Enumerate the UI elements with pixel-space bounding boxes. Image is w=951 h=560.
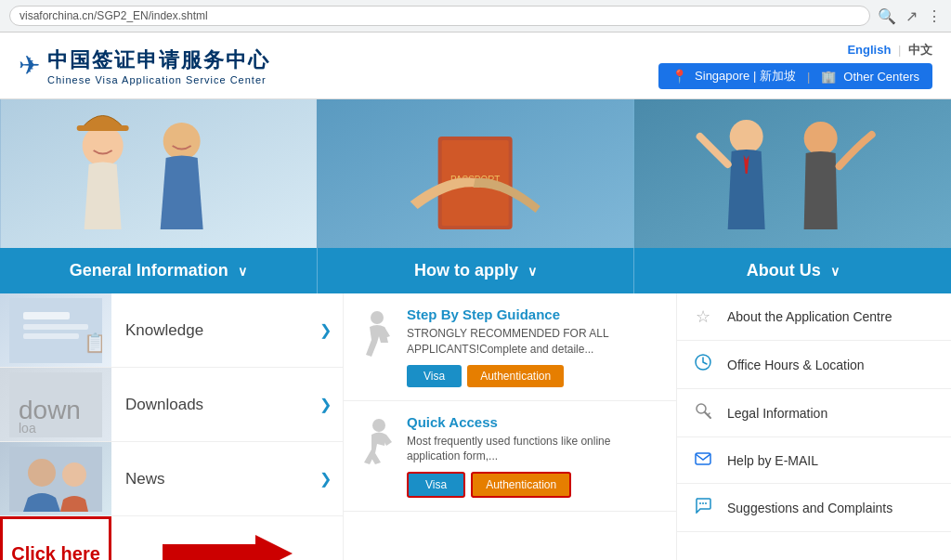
- svg-rect-11: [9, 298, 102, 363]
- right-about-label: About the Application Centre: [727, 309, 892, 324]
- center-panel: Step By Step Guidance STRONGLY RECOMMEND…: [344, 293, 677, 560]
- center-step-btns: Visa Authentication: [407, 365, 661, 387]
- left-sidebar: 📋 Knowledge ❯ down loa Downloads ❯: [0, 293, 344, 560]
- sidebar-downloads-arrow: ❯: [319, 396, 343, 413]
- search-icon[interactable]: 🔍: [878, 7, 896, 25]
- nav-general-information[interactable]: General Information ∨: [0, 248, 318, 293]
- svg-point-3: [163, 123, 201, 160]
- center-item-step-text: Step By Step Guidance STRONGLY RECOMMEND…: [407, 306, 661, 387]
- right-link-about-centre[interactable]: ☆ About the Application Centre: [677, 293, 951, 341]
- sidebar-downloads-label: Downloads: [111, 396, 319, 414]
- svg-rect-12: [23, 312, 70, 319]
- center-quick-btns: Visa Authentication: [407, 472, 661, 498]
- browser-icons: 🔍 ↗ ⋮: [878, 7, 942, 25]
- svg-rect-13: [23, 324, 88, 330]
- svg-point-24: [372, 419, 385, 432]
- star-icon: ☆: [692, 306, 714, 327]
- location-divider: |: [807, 70, 810, 84]
- sidebar-knowledge-label: Knowledge: [111, 321, 319, 340]
- step-icon-run: [358, 418, 396, 475]
- svg-point-29: [702, 502, 704, 504]
- sidebar-thumb-downloads: down loa: [0, 368, 111, 442]
- svg-rect-0: [1, 99, 317, 248]
- nav-about-arrow: ∨: [830, 264, 840, 279]
- hero-panel-1: [0, 99, 317, 248]
- right-link-office-hours[interactable]: Office Hours & Location: [677, 341, 951, 389]
- lang-divider: |: [898, 43, 905, 57]
- nav-about-us[interactable]: About Us ∨: [634, 248, 951, 293]
- center-quick-desc: Most frequently used functions like onli…: [407, 434, 661, 465]
- center-item-quick-text: Quick Access Most frequently used functi…: [407, 414, 661, 499]
- click-here-box: Click here: [0, 516, 111, 560]
- chat-icon: [692, 497, 714, 518]
- click-here-label: Click here: [11, 541, 100, 561]
- sidebar-knowledge-arrow: ❯: [319, 321, 343, 339]
- right-suggestions-label: Suggestions and Complaints: [727, 501, 892, 515]
- arrow-container: [111, 516, 343, 560]
- sidebar-thumb-knowledge: 📋: [0, 293, 111, 368]
- lang-switcher: English | 中文: [847, 42, 932, 59]
- logo-english: Chinese Visa Application Service Center: [47, 74, 270, 85]
- sidebar-news-arrow: ❯: [319, 470, 343, 488]
- click-here-row: Click here: [0, 516, 343, 560]
- browser-chrome: visaforchina.cn/SGP2_EN/index.shtml 🔍 ↗ …: [0, 0, 951, 33]
- nav-apply-arrow: ∨: [528, 264, 537, 279]
- svg-point-21: [62, 462, 86, 487]
- mail-icon: [692, 450, 714, 470]
- key-icon: [692, 402, 714, 423]
- sidebar-item-downloads[interactable]: down loa Downloads ❯: [0, 368, 343, 442]
- sidebar-thumb-news: [0, 442, 111, 516]
- nav-how-to-apply[interactable]: How to apply ∨: [318, 248, 635, 293]
- site-header: ✈ 中国签证申请服务中心 Chinese Visa Application Se…: [0, 33, 951, 99]
- quick-auth-btn[interactable]: Authentication: [471, 472, 571, 498]
- nav-general-arrow: ∨: [238, 264, 247, 279]
- nav-general-label: General Information: [70, 261, 228, 280]
- center-item-quick-access: Quick Access Most frequently used functi…: [344, 401, 676, 513]
- browser-url: visaforchina.cn/SGP2_EN/index.shtml: [9, 6, 870, 26]
- sidebar-news-label: News: [111, 470, 319, 488]
- share-icon[interactable]: ↗: [905, 7, 918, 25]
- right-office-label: Office Hours & Location: [727, 358, 865, 372]
- svg-point-28: [699, 502, 701, 504]
- svg-rect-27: [696, 453, 710, 464]
- right-link-suggestions[interactable]: Suggestions and Complaints: [677, 484, 951, 532]
- hero-panel-3: [634, 99, 951, 248]
- menu-icon[interactable]: ⋮: [927, 7, 942, 25]
- right-email-label: Help by E-MAIL: [727, 453, 818, 468]
- svg-point-23: [371, 311, 384, 324]
- svg-rect-14: [23, 333, 79, 339]
- svg-point-1: [83, 125, 124, 166]
- right-link-email[interactable]: Help by E-MAIL: [677, 437, 951, 484]
- svg-rect-8: [634, 99, 950, 248]
- location-text: Singapore | 新加坡: [695, 68, 796, 85]
- center-step-title: Step By Step Guidance: [407, 306, 661, 322]
- logo-chinese: 中国签证申请服务中心: [47, 46, 270, 74]
- other-centers-link[interactable]: Other Centers: [843, 70, 919, 84]
- right-panel: ☆ About the Application Centre Office Ho…: [677, 293, 951, 560]
- header-right: English | 中文 📍 Singapore | 新加坡 | 🏢 Other…: [658, 42, 932, 89]
- hero-banner: PASSPORT: [0, 99, 951, 248]
- sidebar-item-knowledge[interactable]: 📋 Knowledge ❯: [0, 293, 343, 368]
- nav-bar: General Information ∨ How to apply ∨ Abo…: [0, 248, 951, 293]
- nav-about-label: About Us: [747, 261, 821, 280]
- svg-point-30: [705, 502, 707, 504]
- hero-panel-2: PASSPORT: [317, 99, 633, 248]
- svg-text:loa: loa: [19, 421, 36, 436]
- sidebar-item-news[interactable]: News ❯: [0, 442, 343, 516]
- svg-point-9: [729, 120, 762, 153]
- main-content: 📋 Knowledge ❯ down loa Downloads ❯: [0, 293, 951, 560]
- center-step-desc: STRONGLY RECOMMENDED FOR ALL APPLICANTS!…: [407, 326, 661, 358]
- logo-area: ✈ 中国签证申请服务中心 Chinese Visa Application Se…: [19, 46, 270, 85]
- svg-point-10: [803, 122, 837, 155]
- location-bar: 📍 Singapore | 新加坡 | 🏢 Other Centers: [658, 63, 932, 89]
- quick-visa-btn[interactable]: Visa: [407, 472, 465, 498]
- svg-marker-22: [163, 535, 293, 561]
- lang-english-link[interactable]: English: [847, 43, 891, 57]
- other-centers-icon: 🏢: [821, 70, 836, 84]
- step-visa-btn[interactable]: Visa: [407, 365, 462, 387]
- lang-chinese-link[interactable]: 中文: [908, 43, 932, 57]
- svg-rect-2: [77, 125, 129, 131]
- step-auth-btn[interactable]: Authentication: [467, 365, 564, 387]
- center-quick-title: Quick Access: [407, 414, 661, 430]
- right-link-legal[interactable]: Legal Information: [677, 389, 951, 437]
